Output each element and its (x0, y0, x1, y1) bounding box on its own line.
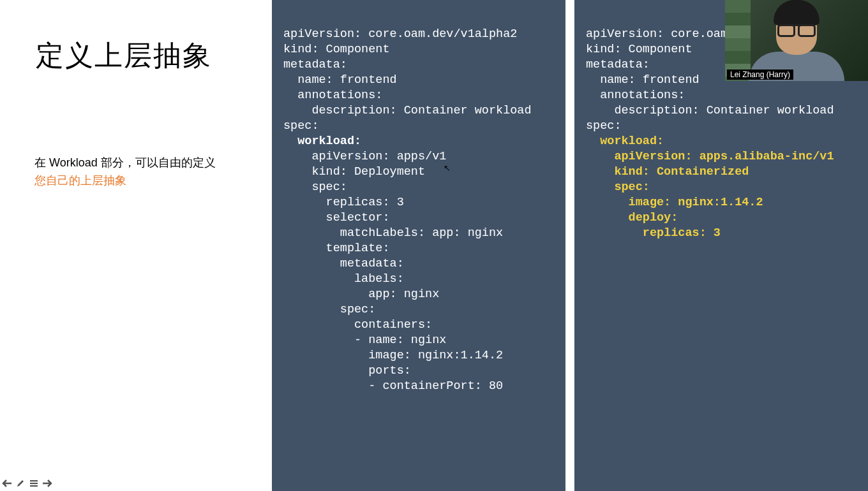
code-line: - containerPort: 80 (283, 379, 503, 393)
code-line: - name: nginx (283, 333, 446, 347)
code-line: kind: Deployment (283, 165, 425, 179)
code-line: name: frontend (586, 73, 700, 87)
code-panel-left: apiVersion: core.oam.dev/v1alpha2 kind: … (272, 0, 565, 491)
code-line: spec: (586, 119, 622, 133)
code-line: image: nginx:1.14.2 (586, 196, 763, 209)
code-line: spec: (283, 303, 375, 316)
code-line-workload: workload: (283, 135, 361, 148)
code-line: description: Container workload (283, 104, 532, 117)
code-line: metadata: (283, 58, 347, 71)
code-line: kind: Containerized (586, 165, 749, 179)
code-line: kind: Component (283, 43, 390, 56)
code-line: kind: Component (586, 43, 692, 56)
webcam-background-books (725, 0, 751, 81)
code-line: containers: (283, 318, 432, 332)
code-line: image: nginx:1.14.2 (283, 349, 503, 362)
prev-slide-icon[interactable] (1, 478, 13, 489)
svg-rect-2 (30, 485, 38, 487)
subtitle-line1: 在 Workload 部分，可以自由的定义 (34, 156, 216, 169)
webcam-overlay: Lei Zhang (Harry) (725, 0, 868, 81)
code-line: apiVersion: apps/v1 (283, 150, 446, 163)
code-line: ports: (283, 364, 411, 377)
code-line: labels: (283, 272, 404, 286)
code-line: spec: (283, 180, 347, 194)
code-line: annotations: (586, 89, 685, 102)
left-panel: 定义上层抽象 在 Workload 部分，可以自由的定义 您自己的上层抽象 (0, 0, 272, 491)
code-line: replicas: 3 (283, 196, 404, 209)
code-line: selector: (283, 211, 390, 224)
code-line: template: (283, 242, 390, 255)
slide-subtitle: 在 Workload 部分，可以自由的定义 您自己的上层抽象 (0, 75, 272, 190)
code-line: app: nginx (283, 288, 439, 301)
svg-rect-0 (30, 480, 38, 481)
code-line: deploy: (586, 211, 678, 224)
next-slide-icon[interactable] (41, 478, 53, 489)
code-line: replicas: 3 (586, 226, 721, 240)
code-line: apiVersion: apps.alibaba-inc/v1 (586, 150, 834, 163)
webcam-person (755, 0, 838, 81)
code-line: apiVersion: core.oam.dev/v1alpha2 (283, 27, 517, 41)
code-line: spec: (586, 180, 650, 194)
svg-rect-1 (30, 483, 38, 484)
edit-icon[interactable] (15, 478, 26, 489)
code-line: spec: (283, 119, 319, 133)
code-line: matchLabels: app: nginx (283, 226, 503, 240)
slide-controls (1, 478, 53, 489)
code-line: name: frontend (283, 73, 397, 87)
subtitle-highlight: 您自己的上层抽象 (34, 174, 126, 187)
code-line: metadata: (586, 58, 650, 71)
code-line: description: Container workload (586, 104, 834, 117)
code-line-workload: workload: (586, 135, 664, 148)
menu-icon[interactable] (28, 478, 40, 489)
code-line: metadata: (283, 257, 404, 270)
webcam-name-label: Lei Zhang (Harry) (727, 70, 793, 80)
code-line: annotations: (283, 89, 382, 102)
slide-title: 定义上层抽象 (0, 0, 272, 75)
